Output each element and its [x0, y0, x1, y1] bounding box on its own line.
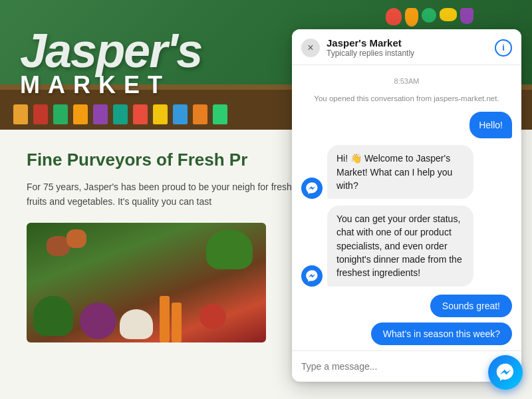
produce-apple	[422, 8, 436, 23]
chat-status-text: Typically replies instantly	[327, 49, 414, 58]
veg-carrot1	[160, 296, 170, 342]
chat-info-button[interactable]: i	[495, 39, 512, 57]
veg-lettuce	[206, 229, 253, 269]
produce-carrot	[405, 8, 418, 27]
quick-reply-season[interactable]: What's in season this week?	[371, 323, 512, 345]
shelf-item	[13, 104, 28, 124]
quick-replies: Sounds great! What's in season this week…	[301, 295, 512, 345]
produce-eggplant	[460, 8, 473, 24]
shelf-item	[193, 104, 207, 124]
veg-cauliflower	[120, 309, 153, 339]
hero-title: Jasper's MARKET	[20, 31, 201, 99]
message-row-bot-welcome: Hi! 👋 Welcome to Jasper's Market! What c…	[301, 145, 512, 199]
shelf-item	[173, 104, 188, 124]
chat-body: 8:53AM You opened this conversation from…	[292, 65, 521, 350]
website-produce-image	[27, 223, 266, 342]
shelf-item	[73, 104, 88, 124]
messenger-icon	[496, 363, 515, 382]
shelf-item	[93, 104, 108, 124]
website-body-text: For 75 years, Jasper's has been proud to…	[27, 180, 306, 209]
messenger-fab-button[interactable]	[488, 355, 523, 390]
chat-widget: × Jasper's Market Typically replies inst…	[292, 29, 521, 382]
message-row-user-hello: Hello!	[301, 112, 512, 138]
message-row-bot-services: You can get your order status, chat with…	[301, 205, 512, 286]
chat-header-left: × Jasper's Market Typically replies inst…	[301, 37, 414, 58]
hero-jaspers-text: Jasper's	[20, 31, 201, 71]
chat-business-name: Jasper's Market	[327, 37, 414, 49]
shelf-items	[13, 104, 227, 124]
message-bubble-hello: Hello!	[469, 112, 512, 138]
chat-header-info: Jasper's Market Typically replies instan…	[327, 37, 414, 58]
chat-header: × Jasper's Market Typically replies inst…	[292, 29, 521, 65]
quick-reply-sounds-great[interactable]: Sounds great!	[430, 295, 512, 317]
chat-system-message: You opened this conversation from jasper…	[301, 94, 512, 102]
veg-cabbage	[80, 303, 116, 339]
message-bubble-welcome: Hi! 👋 Welcome to Jasper's Market! What c…	[327, 145, 473, 199]
shelf-item	[133, 104, 148, 124]
shelf-item	[213, 104, 227, 124]
chat-timestamp: 8:53AM	[301, 77, 512, 85]
veg-potato2	[66, 229, 86, 248]
veg-carrot2	[172, 303, 182, 342]
chat-message-input[interactable]	[301, 361, 487, 372]
produce-tomato	[386, 8, 402, 25]
bot-avatar-2	[301, 265, 323, 287]
chat-footer: 👍	[292, 350, 521, 382]
shelf-item	[113, 104, 128, 124]
shelf-item	[153, 104, 168, 124]
produce-lemon	[440, 8, 457, 21]
chat-close-button[interactable]: ×	[301, 39, 320, 57]
veg-tomato	[200, 304, 226, 329]
shelf-item	[33, 104, 48, 124]
message-bubble-services: You can get your order status, chat with…	[327, 205, 473, 286]
veg-broccoli	[33, 296, 73, 336]
shelf-item	[53, 104, 68, 124]
bot-avatar-1	[301, 178, 323, 199]
hero-produce	[386, 8, 492, 27]
